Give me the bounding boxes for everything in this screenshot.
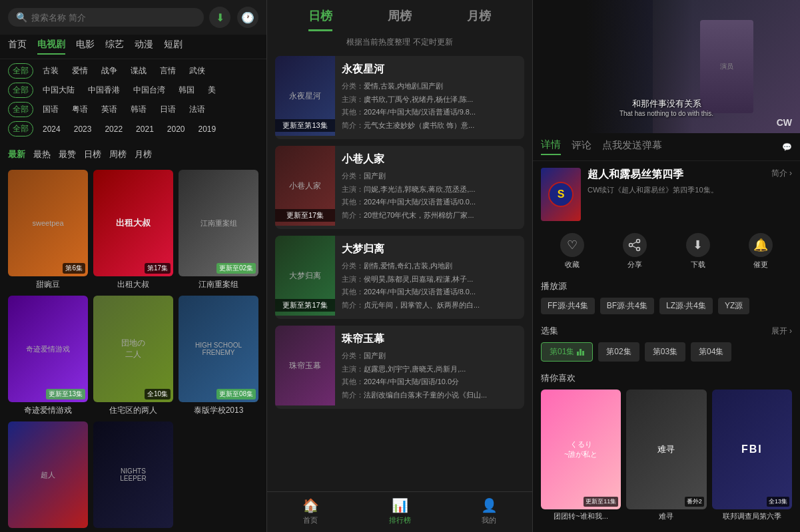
rank-tab-monthly[interactable]: 月榜 xyxy=(467,8,491,31)
header-icons: ⬇ 🕐 xyxy=(209,7,258,28)
action-share[interactable]: 分享 xyxy=(623,233,647,270)
tab-detail[interactable]: 详情 xyxy=(541,138,561,155)
download-icon-btn[interactable]: ⬇ xyxy=(209,7,230,28)
sort-best[interactable]: 最赞 xyxy=(59,148,76,160)
bottom-nav-rank[interactable]: 📊 排行榜 xyxy=(389,497,411,525)
search-input[interactable] xyxy=(31,13,196,23)
sort-daily[interactable]: 日榜 xyxy=(84,148,101,160)
filter-all-lang[interactable]: 全部 xyxy=(8,102,33,117)
source-bf[interactable]: BF源·共4集 xyxy=(600,298,654,314)
tab-anime[interactable]: 动漫 xyxy=(135,39,153,55)
filter-korea[interactable]: 韩国 xyxy=(175,83,199,97)
urge-icon: 🔔 xyxy=(749,233,773,257)
recommend-poster-kururi: くるり~誰が私と 更新至11集 xyxy=(541,390,621,509)
sort-weekly[interactable]: 周榜 xyxy=(109,148,127,160)
recommend-section: 猜你喜欢 くるり~誰が私と 更新至11集 团团转~谁和我... 难寻 番外2 难… xyxy=(533,367,800,532)
grid-item-zhai[interactable]: 団地の二人 全10集 住宅区的两人 xyxy=(93,296,173,416)
rank-poster-zhuzhu: 珠帘玉幕 xyxy=(275,326,335,405)
filter-french[interactable]: 法语 xyxy=(185,103,209,117)
filter-diezhan[interactable]: 谍战 xyxy=(127,64,151,78)
content-grid: sweetpea 第6集 甜豌豆 出租大叔 第17集 出租大叔 江南重案组 更新… xyxy=(0,164,266,532)
action-collect[interactable]: ♡ 收藏 xyxy=(560,233,584,270)
episode-01[interactable]: 第01集 xyxy=(541,342,593,362)
home-icon: 🏠 xyxy=(302,497,319,513)
title-sweetpea: 甜豌豆 xyxy=(8,279,88,290)
filter-all-region[interactable]: 全部 xyxy=(8,83,33,98)
source-lz[interactable]: LZ源·共4集 xyxy=(659,298,713,314)
filter-tw[interactable]: 中国台湾 xyxy=(129,83,169,97)
rank-item-zhuzhu[interactable]: 珠帘玉幕 珠帘玉幕 分类：国产剧 主演：赵露思,刘宇宁,唐晓天,尚新月,... … xyxy=(275,326,524,409)
filter-mainland[interactable]: 中国大陆 xyxy=(39,83,79,97)
source-ff[interactable]: FF源·共4集 xyxy=(541,298,595,314)
rank-badge-yongye: 更新至第13集 xyxy=(275,119,335,132)
video-player[interactable]: 演员 和那件事没有关系 That has nothing to do with … xyxy=(533,0,800,133)
rank-item-xiaoxi[interactable]: 小巷人家 更新至17集 小巷人家 分类：国产剧 主演：闫妮,李光洁,郭晓东,蒋欣… xyxy=(275,146,524,229)
bullet-icon: 💬 xyxy=(782,142,792,152)
history-icon-btn[interactable]: 🕐 xyxy=(237,7,258,28)
episode-03[interactable]: 第03集 xyxy=(645,342,685,362)
filter-wuxia[interactable]: 武侠 xyxy=(185,64,209,78)
tab-movie[interactable]: 电影 xyxy=(76,39,95,55)
grid-item-nightsleeper[interactable]: NIGHTSLEEPER xyxy=(93,421,173,531)
grid-item-sweetpea[interactable]: sweetpea 第6集 甜豌豆 xyxy=(8,170,88,290)
action-urge[interactable]: 🔔 催更 xyxy=(749,233,773,270)
filter-guzhuang[interactable]: 古装 xyxy=(39,64,63,78)
action-download-label: 下载 xyxy=(691,260,705,270)
bottom-nav-home-label: 首页 xyxy=(303,515,318,525)
grid-item-qiji[interactable]: 奇迹爱情游戏 更新至13集 奇迹爱情游戏 xyxy=(8,296,88,416)
show-poster-small: S xyxy=(541,168,581,221)
recommend-fbi[interactable]: FBI 全13集 联邦调查局第六季 xyxy=(712,390,792,521)
sort-hottest[interactable]: 最热 xyxy=(33,148,51,160)
sort-monthly[interactable]: 月榜 xyxy=(135,148,152,160)
action-download[interactable]: ⬇ 下载 xyxy=(686,233,710,270)
filter-2023[interactable]: 2023 xyxy=(70,123,96,135)
filter-hk[interactable]: 中国香港 xyxy=(84,83,124,97)
filter-all-genre[interactable]: 全部 xyxy=(8,63,33,79)
rank-item-yongye[interactable]: 永夜星河 更新至第13集 永夜星河 分类：爱情,古装,内地剧,国产剧 主演：虞书… xyxy=(275,56,524,139)
filter-2019[interactable]: 2019 xyxy=(195,123,220,135)
search-input-wrap[interactable]: 🔍 xyxy=(8,8,204,27)
tab-bullet[interactable]: 点我发送弹幕 xyxy=(602,139,662,154)
filter-us[interactable]: 美 xyxy=(204,83,220,97)
filter-2024[interactable]: 2024 xyxy=(39,123,65,135)
tab-comment[interactable]: 评论 xyxy=(572,139,592,154)
rank-item-dameng[interactable]: 大梦归离 更新至第17集 大梦归离 分类：剧情,爱情,奇幻,古装,内地剧 主演：… xyxy=(275,236,524,319)
filter-all-year[interactable]: 全部 xyxy=(8,121,33,136)
grid-item-tai[interactable]: HIGH SCHOOLFRENEMY 更新至08集 泰版学校2013 xyxy=(179,296,258,416)
filter-yanqing[interactable]: 言情 xyxy=(156,64,180,78)
grid-item-jiangnan[interactable]: 江南重案组 更新至02集 江南重案组 xyxy=(179,170,258,290)
source-yz[interactable]: YZ源 xyxy=(718,298,749,314)
tab-variety[interactable]: 综艺 xyxy=(105,39,124,55)
episode-02[interactable]: 第02集 xyxy=(598,342,639,362)
rank-tab-daily[interactable]: 日榜 xyxy=(308,8,332,31)
rank-tabs: 日榜 周榜 月榜 xyxy=(267,0,532,31)
filter-cantonese[interactable]: 粤语 xyxy=(68,103,92,117)
filter-2022[interactable]: 2022 xyxy=(101,123,127,135)
rank-cast-xiaoxi: 主演：闫妮,李光洁,郭晓东,蒋欣,范丞丞,... xyxy=(342,184,518,195)
bottom-nav-profile[interactable]: 👤 我的 xyxy=(481,497,498,525)
bottom-nav-home[interactable]: 🏠 首页 xyxy=(302,497,319,525)
bullet-icon-btn[interactable]: 💬 xyxy=(782,142,792,152)
filter-2020[interactable]: 2020 xyxy=(163,123,189,135)
filter-english[interactable]: 英语 xyxy=(97,103,121,117)
tab-home[interactable]: 首页 xyxy=(8,39,27,55)
bottom-nav-middle: 🏠 首页 📊 排行榜 👤 我的 xyxy=(267,491,532,532)
tab-short[interactable]: 短剧 xyxy=(164,39,183,55)
show-brief-btn[interactable]: 简介 › xyxy=(771,168,792,179)
filter-korean[interactable]: 韩语 xyxy=(127,103,151,117)
episode-04[interactable]: 第04集 xyxy=(691,342,731,362)
grid-item-chuzudashu[interactable]: 出租大叔 第17集 出租大叔 xyxy=(93,170,173,290)
recommend-kururi[interactable]: くるり~誰が私と 更新至11集 团团转~谁和我... xyxy=(541,390,621,521)
rank-info-zhuzhu: 珠帘玉幕 分类：国产剧 主演：赵露思,刘宇宁,唐晓天,尚新月,... 其他：20… xyxy=(335,326,524,409)
recommend-nan[interactable]: 难寻 番外2 难寻 xyxy=(626,390,706,521)
filter-mandarin[interactable]: 国语 xyxy=(39,103,63,117)
filter-zhanzheng[interactable]: 战争 xyxy=(97,64,121,78)
filter-aiqing[interactable]: 爱情 xyxy=(68,64,92,78)
rank-tab-weekly[interactable]: 周榜 xyxy=(388,8,412,31)
filter-2021[interactable]: 2021 xyxy=(132,123,158,135)
filter-japanese[interactable]: 日语 xyxy=(156,103,180,117)
episode-expand-btn[interactable]: 展开 › xyxy=(771,326,792,337)
tab-tv[interactable]: 电视剧 xyxy=(37,39,65,55)
sort-newest[interactable]: 最新 xyxy=(8,148,25,160)
grid-item-superman[interactable]: 超人 xyxy=(8,421,88,531)
